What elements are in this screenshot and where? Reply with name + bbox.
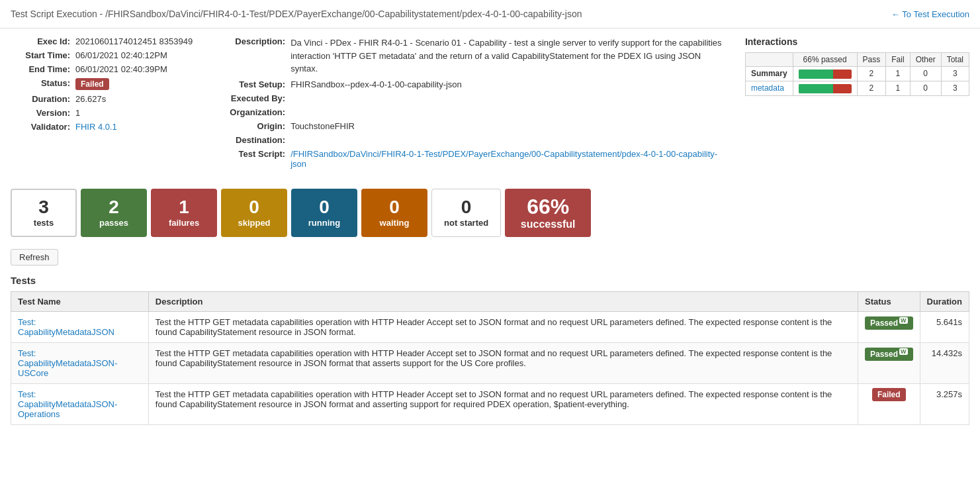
interactions-col-pass: Pass bbox=[857, 53, 886, 67]
stat-running: 0 running bbox=[291, 189, 357, 237]
executed-by-label: Executed By: bbox=[212, 93, 285, 103]
validator-label: Validator: bbox=[11, 122, 70, 132]
interactions-progress-bar bbox=[793, 67, 857, 81]
validator-link[interactable]: FHIR 4.0.1 bbox=[75, 122, 117, 132]
exec-id-row: Exec Id: 20210601174012451 8353949 bbox=[11, 36, 193, 46]
stat-tests-num: 3 bbox=[38, 197, 49, 218]
stat-passes: 2 passes bbox=[81, 189, 147, 237]
tests-section: Tests Test Name Description Status Durat… bbox=[11, 275, 969, 425]
test-status-cell: Failed bbox=[858, 383, 920, 424]
exec-id-value: 20210601174012451 8353949 bbox=[75, 36, 193, 46]
origin-value: TouchstoneFHIR bbox=[290, 121, 355, 131]
test-name-link[interactable]: Test:CapabilityMetadataJSON bbox=[18, 317, 114, 337]
validator-row: Validator: FHIR 4.0.1 bbox=[11, 122, 193, 132]
interactions-other-count: 0 bbox=[910, 67, 941, 81]
table-row: Test:CapabilityMetadataJSON-USCoreTest t… bbox=[11, 342, 969, 383]
interactions-row: Summary2103 bbox=[745, 67, 969, 81]
test-description-cell: Test the HTTP GET metadata capabilities … bbox=[148, 342, 858, 383]
interactions-col-passed-pct: 66% passed bbox=[793, 53, 857, 67]
test-setup-value: FHIRSandbox--pdex-4-0-1-00-capability-js… bbox=[290, 79, 462, 89]
organization-row: Organization: bbox=[212, 107, 725, 117]
stat-not-started: 0 not started bbox=[431, 189, 501, 237]
stat-waiting-num: 0 bbox=[389, 197, 400, 218]
test-description-cell: Test the HTTP GET metadata capabilities … bbox=[148, 311, 858, 342]
start-time-value: 06/01/2021 02:40:12PM bbox=[75, 50, 167, 60]
stat-not-started-label: not started bbox=[444, 218, 488, 228]
stat-skipped: 0 skipped bbox=[221, 189, 287, 237]
organization-label: Organization: bbox=[212, 107, 285, 117]
refresh-button[interactable]: Refresh bbox=[11, 249, 58, 265]
interactions-pass-count: 2 bbox=[857, 81, 886, 95]
version-label: Version: bbox=[11, 108, 70, 118]
stat-waiting: 0 waiting bbox=[361, 189, 427, 237]
interactions-row-label-link[interactable]: metadata bbox=[745, 81, 793, 95]
test-status-badge: PassedW bbox=[865, 316, 913, 330]
col-description: Description bbox=[148, 291, 858, 311]
page-title-sub: - /FHIRSandbox/DaVinci/FHIR4-0-1-Test/PD… bbox=[97, 9, 582, 19]
test-name-link[interactable]: Test:CapabilityMetadataJSON-Operations bbox=[18, 389, 117, 419]
test-status-cell: PassedW bbox=[858, 311, 920, 342]
description-row: Description: Da Vinci - PDex - FHIR R4-0… bbox=[212, 36, 725, 75]
meta-section: Exec Id: 20210601174012451 8353949 Start… bbox=[0, 28, 980, 181]
stat-success-pct-num: 66% bbox=[527, 195, 569, 218]
status-badge: Failed bbox=[75, 78, 109, 90]
page-title-main: Test Script Execution bbox=[11, 9, 97, 19]
col-status: Status bbox=[858, 291, 920, 311]
test-name-cell: Test:CapabilityMetadataJSON-Operations bbox=[11, 383, 149, 424]
stat-failures-num: 1 bbox=[179, 197, 189, 218]
duration-label: Duration: bbox=[11, 94, 70, 104]
interactions-pass-count: 2 bbox=[857, 67, 886, 81]
interactions-progress-bar bbox=[793, 81, 857, 95]
page-header: Test Script Execution - /FHIRSandbox/DaV… bbox=[0, 0, 980, 28]
stat-running-label: running bbox=[308, 218, 340, 228]
interactions-col-name bbox=[745, 53, 793, 67]
test-description-cell: Test the HTTP GET metadata capabilities … bbox=[148, 383, 858, 424]
end-time-value: 06/01/2021 02:40:39PM bbox=[75, 64, 167, 74]
interactions-fail-count: 1 bbox=[886, 81, 910, 95]
interactions-col-other: Other bbox=[910, 53, 941, 67]
version-value: 1 bbox=[75, 108, 80, 118]
test-name-cell: Test:CapabilityMetadataJSON-USCore bbox=[11, 342, 149, 383]
interactions-other-count: 0 bbox=[910, 81, 941, 95]
exec-id-label: Exec Id: bbox=[11, 36, 70, 46]
stat-success-pct-label: successful bbox=[521, 218, 576, 230]
col-duration: Duration bbox=[920, 291, 969, 311]
duration-value: 26.627s bbox=[75, 94, 106, 104]
stat-skipped-num: 0 bbox=[249, 197, 259, 218]
version-row: Version: 1 bbox=[11, 108, 193, 118]
back-to-test-execution-link[interactable]: To Test Execution bbox=[891, 9, 969, 19]
description-value: Da Vinci - PDex - FHIR R4-0-1 - Scenario… bbox=[290, 36, 725, 75]
interactions-table: 66% passed Pass Fail Other Total Summary… bbox=[745, 52, 969, 96]
executed-by-row: Executed By: bbox=[212, 93, 725, 103]
stat-failures-label: failures bbox=[169, 218, 199, 228]
test-name-cell: Test:CapabilityMetadataJSON bbox=[11, 311, 149, 342]
start-time-row: Start Time: 06/01/2021 02:40:12PM bbox=[11, 50, 193, 60]
test-setup-row: Test Setup: FHIRSandbox--pdex-4-0-1-00-c… bbox=[212, 79, 725, 89]
status-label: Status: bbox=[11, 78, 70, 88]
test-duration-cell: 3.257s bbox=[920, 383, 969, 424]
tests-table: Test Name Description Status Duration Te… bbox=[11, 291, 969, 425]
interactions-fail-count: 1 bbox=[886, 67, 910, 81]
interactions-section: Interactions 66% passed Pass Fail Other … bbox=[745, 36, 969, 173]
origin-row: Origin: TouchstoneFHIR bbox=[212, 121, 725, 131]
interactions-total-count: 3 bbox=[941, 81, 969, 95]
interactions-total-count: 3 bbox=[941, 67, 969, 81]
stat-skipped-label: skipped bbox=[238, 218, 270, 228]
destination-row: Destination: bbox=[212, 135, 725, 145]
status-row: Status: Failed bbox=[11, 78, 193, 90]
test-status-cell: PassedW bbox=[858, 342, 920, 383]
interactions-col-total: Total bbox=[941, 53, 969, 67]
test-status-badge: PassedW bbox=[865, 348, 913, 361]
destination-label: Destination: bbox=[212, 135, 285, 145]
stat-failures: 1 failures bbox=[151, 189, 217, 237]
test-duration-cell: 5.641s bbox=[920, 311, 969, 342]
meta-left: Exec Id: 20210601174012451 8353949 Start… bbox=[11, 36, 193, 173]
stat-success-pct: 66% successful bbox=[505, 189, 591, 237]
end-time-label: End Time: bbox=[11, 64, 70, 74]
interactions-col-fail: Fail bbox=[886, 53, 910, 67]
stat-tests: 3 tests bbox=[11, 189, 77, 237]
stat-passes-num: 2 bbox=[109, 197, 119, 218]
test-script-link[interactable]: /FHIRSandbox/DaVinci/FHIR4-0-1-Test/PDEX… bbox=[290, 149, 725, 169]
stat-passes-label: passes bbox=[99, 218, 128, 228]
test-name-link[interactable]: Test:CapabilityMetadataJSON-USCore bbox=[18, 348, 117, 378]
